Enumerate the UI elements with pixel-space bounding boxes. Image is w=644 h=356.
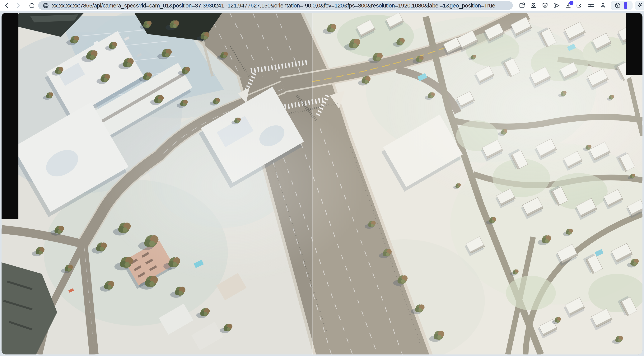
shield-block-icon <box>542 2 549 9</box>
reload-icon <box>28 2 35 9</box>
pin-edit-icon <box>518 2 526 9</box>
reload-button[interactable] <box>28 1 36 10</box>
back-icon <box>4 2 10 9</box>
browser-toolbar: xx.xx.xx.xx:7865/api/camera_specs?id=cam… <box>0 0 644 11</box>
extension-well-ai[interactable]: AI <box>635 1 644 10</box>
sliders-button[interactable] <box>588 2 595 9</box>
panel-icon <box>576 2 583 9</box>
forward-button[interactable] <box>14 1 22 10</box>
active-indicator-pill[interactable] <box>624 2 627 9</box>
url-text: xx.xx.xx.xx:7865/api/camera_specs?id=cam… <box>52 2 495 9</box>
aerial-camera-image <box>2 13 642 354</box>
back-button[interactable] <box>3 1 11 10</box>
camera-button[interactable] <box>530 2 537 9</box>
extension-well-left <box>611 1 632 10</box>
ai-sparkle-icon <box>636 2 644 9</box>
camera-icon <box>530 2 537 9</box>
send-icon <box>553 2 560 9</box>
page-content <box>2 13 642 354</box>
send-button[interactable] <box>553 2 560 9</box>
download-badge <box>569 1 574 5</box>
address-bar[interactable]: xx.xx.xx.xx:7865/api/camera_specs?id=cam… <box>38 1 513 10</box>
globe-icon <box>42 2 49 9</box>
download-button[interactable] <box>564 2 572 9</box>
shield-block-button[interactable] <box>542 2 549 9</box>
profile-button[interactable] <box>599 2 606 9</box>
profile-icon <box>599 2 606 9</box>
cube-icon[interactable] <box>614 2 621 9</box>
panel-button[interactable] <box>576 2 583 9</box>
sliders-icon <box>588 2 595 9</box>
forward-icon <box>14 2 22 9</box>
pin-edit-button[interactable] <box>518 2 526 9</box>
